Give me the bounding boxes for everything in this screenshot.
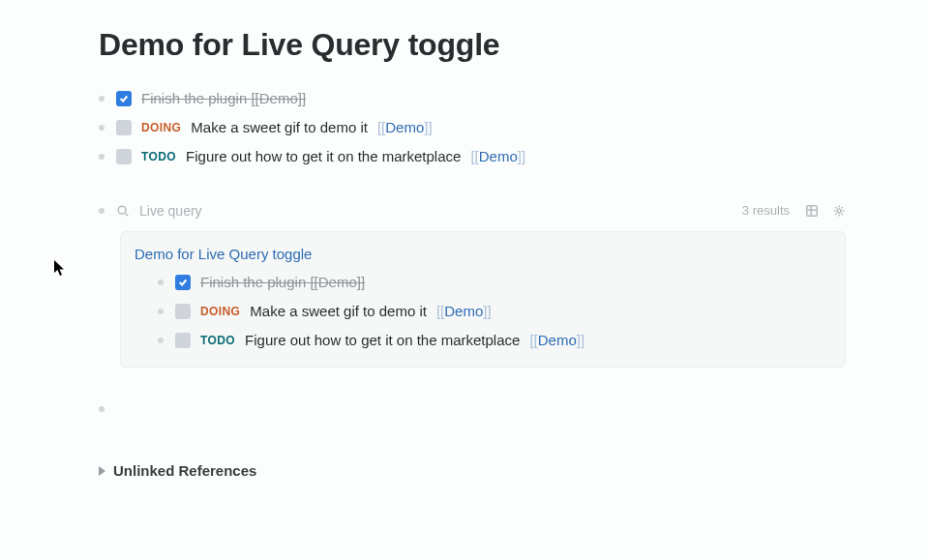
task-list: Finish the plugin [[Demo]] DOING Make a … [99,84,846,225]
status-badge: TODO [141,146,176,167]
page-title: Demo for Live Query toggle [99,27,846,63]
table-icon[interactable] [805,204,819,218]
task-row[interactable]: TODO Figure out how to get it on the mar… [158,326,831,355]
task-row[interactable]: Finish the plugin [[Demo]] [158,268,831,297]
bullet-icon [99,96,105,102]
checkbox-done-icon[interactable] [116,91,132,106]
live-query-block[interactable]: Live query 3 results [99,196,846,225]
svg-rect-2 [807,206,818,217]
task-row[interactable]: TODO Figure out how to get it on the mar… [99,142,846,171]
unlinked-references-toggle[interactable]: Unlinked References [99,462,846,479]
bullet-icon [158,280,164,285]
svg-line-1 [126,214,129,217]
results-count: 3 results [742,200,790,221]
page-ref-link[interactable]: [[Demo]] [251,90,306,106]
gear-icon[interactable] [832,204,846,218]
bullet-icon [99,125,105,131]
svg-point-5 [837,209,841,213]
query-label: Live query [139,200,202,221]
task-text: Figure out how to get it on the marketpl… [186,146,461,167]
task-row[interactable]: DOING Make a sweet gif to demo it [[Demo… [158,297,831,326]
result-task-list: Finish the plugin [[Demo]] DOING Make a … [158,268,831,355]
bullet-icon [99,406,105,412]
checkbox-open-icon[interactable] [116,120,132,135]
task-text: Make a sweet gif to demo it [191,117,368,138]
task-row[interactable]: Finish the plugin [[Demo]] [99,84,846,113]
page-ref-link[interactable]: [[Demo]] [436,301,492,322]
checkbox-done-icon[interactable] [175,275,191,290]
status-badge: TODO [200,330,235,351]
checkbox-open-icon[interactable] [175,304,191,319]
query-results-panel: Demo for Live Query toggle Finish the pl… [120,231,846,368]
task-text: Figure out how to get it on the marketpl… [245,330,520,351]
task-text: Finish the plugin [[Demo]] [200,272,365,293]
task-row[interactable]: DOING Make a sweet gif to demo it [[Demo… [99,113,846,142]
checkbox-open-icon[interactable] [175,333,191,348]
unlinked-references-label: Unlinked References [113,462,256,479]
task-text: Finish the plugin [[Demo]] [141,88,306,109]
trailing-blocks [99,402,846,416]
page-ref-link[interactable]: [[Demo]] [529,330,584,351]
empty-block[interactable] [99,402,846,416]
result-page-link[interactable]: Demo for Live Query toggle [135,246,831,262]
search-icon [116,204,130,218]
bullet-icon [158,338,164,343]
page-ref-link[interactable]: [[Demo]] [310,274,365,290]
checkbox-open-icon[interactable] [116,149,132,164]
svg-point-0 [118,206,126,214]
page-ref-link[interactable]: [[Demo]] [470,146,525,167]
status-badge: DOING [200,301,240,322]
bullet-icon [99,154,105,160]
bullet-icon [158,309,164,314]
bullet-icon [99,208,105,214]
status-badge: DOING [141,117,181,138]
chevron-right-icon [99,466,105,476]
page-ref-link[interactable]: [[Demo]] [377,117,433,138]
task-text: Make a sweet gif to demo it [250,301,427,322]
